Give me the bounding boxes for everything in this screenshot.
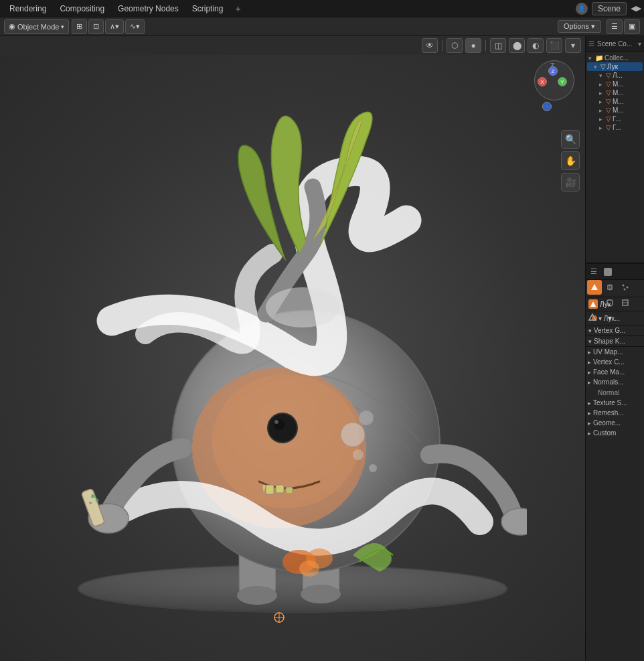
outliner-sub-4[interactable]: ▸ ▽ М... — [587, 97, 643, 106]
obj-prop-mesh[interactable] — [587, 280, 602, 295]
outliner-collection[interactable]: ▾ 📁 Collec... — [587, 54, 643, 62]
svg-point-28 — [299, 561, 319, 577]
gizmo-z-neg[interactable]: · — [542, 102, 552, 111]
sub5-label: М... — [613, 106, 624, 114]
obj-prop-particles[interactable] — [618, 280, 633, 295]
texture-space-item[interactable]: ▸ Texture S... — [586, 398, 644, 408]
custom-chevron: ▸ — [588, 430, 591, 437]
expand-icon[interactable]: ◀▶ — [631, 4, 641, 13]
vp-shading-solid[interactable]: ● — [465, 38, 481, 53]
uv-maps-item[interactable]: ▸ UV Map... — [586, 347, 644, 357]
outliner-sub-3[interactable]: ▸ ▽ М... — [587, 88, 643, 97]
sub5-icon: ▽ — [606, 106, 611, 114]
menu-geometry-nodes[interactable]: Geometry Nodes — [111, 3, 185, 15]
outliner-menu-icon[interactable]: ☰ — [588, 40, 594, 48]
options-button[interactable]: Options ▾ — [558, 20, 601, 33]
face-maps-item[interactable]: ▸ Face Ma... — [586, 367, 644, 377]
outliner-filter-icon[interactable]: ▾ — [638, 40, 641, 48]
vp-shading-wire[interactable]: ⬡ — [447, 38, 463, 53]
normals-label: Normals... — [593, 378, 624, 386]
shape-keys-section[interactable]: ▾ Shape K... — [586, 336, 644, 347]
svg-point-19 — [369, 464, 377, 472]
outliner-sub-2[interactable]: ▸ ▽ М... — [587, 80, 643, 88]
object-name[interactable]: Лук — [600, 301, 611, 308]
scene-selector[interactable]: Scene — [592, 2, 627, 15]
zoom-tool[interactable]: 🔍 — [561, 130, 580, 149]
props-tab-menu[interactable]: ☰ — [587, 265, 600, 279]
mode-chevron: ▾ — [61, 23, 64, 30]
geometry-item[interactable]: ▸ Geome... — [586, 418, 644, 428]
sub6-label: Г... — [613, 115, 621, 123]
user-icon[interactable]: 👤 — [576, 3, 588, 15]
object-name-row: Лук — [586, 297, 644, 311]
menu-compositing[interactable]: Compositing — [53, 3, 111, 15]
main-layout: 👁 ⬡ ● ◫ ⬤ ◐ ⬛ ▾ — [0, 36, 644, 661]
menu-add-button[interactable]: + — [230, 2, 246, 15]
svg-marker-42 — [590, 301, 596, 307]
outliner-sub-6[interactable]: ▸ ▽ Г... — [587, 115, 643, 123]
separator-2 — [485, 40, 486, 51]
rpanel-btn-2[interactable]: ▣ — [624, 19, 640, 34]
gizmo-circle[interactable]: Z Z X Y — [534, 60, 574, 100]
sub7-label: Г... — [613, 124, 621, 131]
vp-shading-btn[interactable]: ◐ — [528, 38, 544, 53]
vp-gizmo-btn[interactable]: ⬤ — [509, 38, 525, 53]
normals-item[interactable]: ▸ Normals... — [586, 377, 644, 387]
gizmo-x-dot[interactable]: X — [538, 77, 547, 86]
vertex-groups-section[interactable]: ▾ Vertex G... — [586, 325, 644, 336]
uv-chevron: ▸ — [588, 349, 591, 356]
normal-text: Normal — [598, 389, 619, 396]
outliner-sub-5[interactable]: ▸ ▽ М... — [587, 106, 643, 115]
view-btn-4[interactable]: ∿▾ — [125, 19, 145, 34]
normals-chevron: ▸ — [588, 379, 591, 386]
menu-rendering[interactable]: Rendering — [3, 3, 53, 15]
rpanel-btn-1[interactable]: ☰ — [607, 19, 623, 34]
object-props-tabs: ▾ — [586, 280, 644, 297]
custom-item[interactable]: ▸ Custom — [586, 428, 644, 438]
geo-label: Geome... — [593, 419, 621, 427]
vp-more-btn[interactable]: ▾ — [565, 38, 581, 53]
remesh-label: Remesh... — [593, 409, 624, 417]
menu-scripting[interactable]: Scripting — [185, 3, 230, 15]
view-btn-1[interactable]: ⊞ — [72, 19, 87, 34]
collection-icon: 📁 — [595, 54, 603, 62]
gizmo-z-dot[interactable]: Z — [548, 66, 558, 76]
vertex-colors-item[interactable]: ▸ Vertex C... — [586, 357, 644, 367]
mode-text: Object Mode — [17, 23, 59, 31]
navigation-gizmo[interactable]: Z Z X Y · — [528, 60, 581, 127]
gizmo-y-dot[interactable]: Y — [558, 77, 567, 86]
vg-chevron: ▾ — [588, 327, 592, 334]
mode-selector[interactable]: ◉ Object Mode ▾ — [4, 19, 69, 34]
svg-point-18 — [353, 449, 364, 460]
view-btn-3[interactable]: ∧▾ — [105, 19, 124, 34]
view-buttons: ⊞ ⊡ ∧▾ ∿▾ — [72, 19, 145, 34]
viewport-3d[interactable]: 👁 ⬡ ● ◫ ⬤ ◐ ⬛ ▾ — [0, 36, 585, 661]
outliner-sub-1[interactable]: ▾ ▽ Л... — [587, 71, 643, 80]
vp-render-btn[interactable]: ⬛ — [546, 38, 562, 53]
vc-chevron: ▸ — [588, 359, 591, 366]
fm-label: Face Ma... — [593, 368, 625, 376]
vc-label: Vertex C... — [593, 358, 625, 366]
viewport-toolbar: 👁 ⬡ ● ◫ ⬤ ◐ ⬛ ▾ — [0, 36, 585, 55]
outliner-sub-7[interactable]: ▸ ▽ Г... — [587, 123, 643, 132]
sub3-label: М... — [613, 89, 624, 96]
obj-prop-modifier[interactable] — [602, 280, 617, 295]
sub2-label: М... — [613, 80, 624, 88]
remesh-item[interactable]: ▸ Remesh... — [586, 408, 644, 418]
remesh-chevron: ▸ — [588, 410, 591, 417]
camera-tool[interactable]: 🎥 — [561, 173, 580, 192]
view-btn-2[interactable]: ⊡ — [88, 19, 104, 34]
outliner-item-luk[interactable]: ▾ ▽ Лук — [587, 62, 643, 71]
properties-section: ☰ — [586, 264, 644, 661]
props-tab-scene[interactable] — [601, 265, 615, 279]
vertex-groups-header: ▾ Vertex G... — [588, 327, 641, 334]
custom-label: Custom — [593, 429, 616, 437]
sub4-label: М... — [613, 98, 624, 105]
outliner-title: Scene Co... — [597, 40, 632, 48]
svg-point-29 — [266, 287, 339, 327]
mesh-name[interactable]: ▾ Лук... — [598, 315, 620, 322]
vp-overlay-btn[interactable]: ◫ — [490, 38, 506, 53]
pan-tool[interactable]: ✋ — [561, 151, 580, 170]
vp-camera-icon[interactable]: 👁 — [422, 38, 438, 53]
right-split: ☰ Scene Co... ▾ ▾ 📁 Collec... ▾ ▽ Лук — [585, 36, 644, 661]
